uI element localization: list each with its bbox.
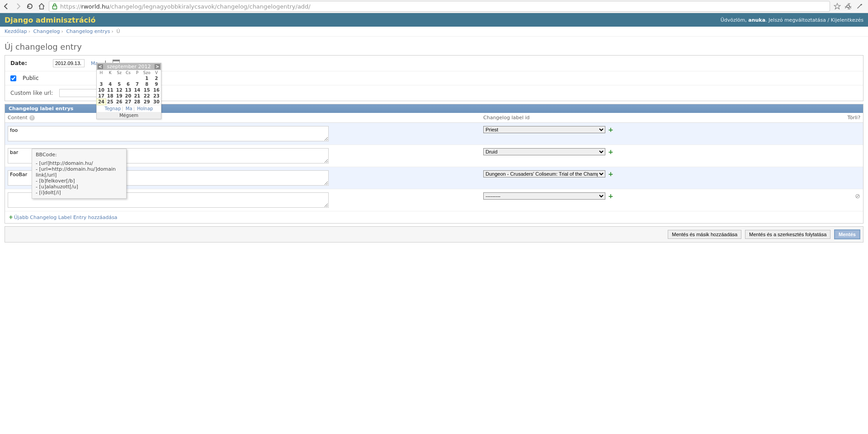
tools-icon[interactable] [856, 3, 863, 10]
forward-icon [14, 3, 22, 10]
cal-dow: Sz [115, 70, 124, 75]
cal-day[interactable]: 25 [106, 99, 115, 105]
cal-day[interactable]: 21 [132, 93, 142, 99]
reload-icon[interactable] [26, 3, 33, 10]
inline-row: FooBarDungeon - Crusaders' Coliseum: Tri… [5, 167, 863, 189]
user-tools: Üdvözlöm, anuka. Jelszó megváltoztatása … [721, 17, 863, 23]
cal-prev-button[interactable]: < [98, 64, 103, 69]
cal-day[interactable]: 14 [132, 87, 142, 93]
calendar-popup: < szeptember 2012 > HKSzCsPSzoV 12345678… [96, 63, 161, 119]
cal-day[interactable]: 29 [142, 99, 152, 105]
cal-day[interactable]: 2 [152, 75, 161, 81]
cal-day[interactable]: 20 [124, 93, 133, 99]
address-bar[interactable]: https://rworld.hu/changelog/legnagyobbki… [49, 1, 830, 12]
cal-day[interactable]: 3 [97, 81, 106, 87]
django-header: Django adminisztráció Üdvözlöm, anuka. J… [0, 13, 868, 27]
inline-row: ---------+⊘ [5, 189, 863, 211]
plus-icon: + [9, 214, 14, 220]
save-add-another-button[interactable] [668, 230, 741, 239]
cal-day[interactable]: 8 [142, 81, 152, 87]
cal-day[interactable]: 5 [115, 81, 124, 87]
breadcrumb: Kezdőlap› Changelog› Changelog entrys› Ú [0, 27, 868, 37]
cal-day[interactable]: 30 [152, 99, 161, 105]
cal-today-link[interactable]: Ma [126, 106, 132, 111]
cal-dow: Szo [142, 70, 152, 75]
cal-dow: V [152, 70, 161, 75]
add-related-icon[interactable]: + [606, 192, 615, 200]
tooltip-line: - [url=http://domain.hu/]domain link[/ur… [36, 166, 123, 178]
date-input[interactable] [53, 59, 85, 67]
cal-dow: H [97, 70, 106, 75]
content-textarea[interactable]: foo [8, 126, 329, 141]
cal-day[interactable]: 12 [115, 87, 124, 93]
cal-day[interactable]: 9 [152, 81, 161, 87]
add-related-icon[interactable]: + [606, 170, 615, 177]
cal-next-button[interactable]: > [155, 64, 160, 69]
label-select[interactable]: Dungeon - Crusaders' Coliseum: Trial of … [483, 170, 605, 177]
back-icon[interactable] [3, 3, 10, 10]
cal-day[interactable]: 7 [132, 81, 142, 87]
inline-row: fooPriest+ [5, 123, 863, 145]
cal-day[interactable]: 19 [115, 93, 124, 99]
cal-cancel-button[interactable]: Mégsem [97, 112, 161, 119]
add-related-icon[interactable]: + [606, 148, 615, 155]
save-continue-button[interactable] [745, 230, 830, 239]
url-text: https://rworld.hu/changelog/legnagyobbki… [60, 3, 311, 10]
save-button[interactable] [834, 229, 860, 239]
label-select[interactable]: Druid [483, 148, 605, 155]
tooltip-title: BBCode: [36, 152, 123, 158]
cal-yesterday-link[interactable]: Tegnap [105, 106, 121, 111]
breadcrumb-current: Ú [117, 28, 120, 34]
col-content-label: Content [8, 115, 28, 121]
breadcrumb-home[interactable]: Kezdőlap [5, 28, 27, 34]
cal-day[interactable]: 11 [106, 87, 115, 93]
cal-day[interactable]: 16 [152, 87, 161, 93]
star-icon[interactable] [834, 3, 841, 10]
svg-rect-0 [53, 6, 57, 9]
cal-day[interactable]: 15 [142, 87, 152, 93]
submit-row [5, 226, 863, 243]
tooltip-line: - [url]http://domain.hu/ [36, 160, 123, 166]
bbcode-tooltip: BBCode: - [url]http://domain.hu/- [url=h… [32, 149, 127, 199]
logout-link[interactable]: Kijelentkezés [831, 17, 863, 23]
delete-icon[interactable]: ⊘ [855, 192, 860, 200]
cal-tomorrow-link[interactable]: Holnap [137, 106, 153, 111]
label-select[interactable]: Priest [483, 126, 605, 133]
cal-day[interactable]: 6 [124, 81, 133, 87]
label-select[interactable]: --------- [483, 192, 605, 200]
add-another-link[interactable]: Újabb Changelog Label Entry hozzáadása [14, 215, 118, 220]
custom-url-label: Custom like url: [10, 90, 53, 96]
cal-day[interactable]: 1 [142, 75, 152, 81]
lock-icon [52, 3, 57, 9]
page-title: Új changelog entry [5, 42, 863, 51]
cal-day[interactable]: 22 [142, 93, 152, 99]
brand: Django adminisztráció [5, 16, 95, 24]
cal-dow: K [106, 70, 115, 75]
cal-dow: Cs [124, 70, 133, 75]
public-checkbox[interactable] [10, 75, 16, 81]
cal-day[interactable]: 4 [106, 81, 115, 87]
cal-day[interactable]: 17 [97, 93, 106, 99]
cal-day[interactable]: 18 [106, 93, 115, 99]
help-icon[interactable]: ? [29, 115, 35, 121]
col-label-label: Changelog label id [481, 113, 830, 122]
cal-day[interactable]: 13 [124, 87, 133, 93]
cal-month-label: szeptember 2012 [107, 64, 151, 70]
breadcrumb-model[interactable]: Changelog entrys [66, 28, 110, 34]
change-password-link[interactable]: Jelszó megváltoztatása [769, 17, 826, 23]
wrench-icon[interactable] [844, 3, 852, 10]
cal-day[interactable]: 24 [97, 99, 106, 105]
cal-day[interactable]: 23 [152, 93, 161, 99]
cal-day[interactable]: 26 [115, 99, 124, 105]
breadcrumb-app[interactable]: Changelog [33, 28, 60, 34]
home-icon[interactable] [38, 3, 45, 10]
cal-day[interactable]: 27 [124, 99, 133, 105]
cal-day[interactable]: 28 [132, 99, 142, 105]
tooltip-line: - [i]dolt[/i] [36, 190, 123, 196]
cal-day[interactable]: 10 [97, 87, 106, 93]
tooltip-line: - [b]felkover[/b] [36, 178, 123, 184]
browser-toolbar: https://rworld.hu/changelog/legnagyobbki… [0, 0, 868, 13]
svg-point-1 [847, 5, 849, 8]
cal-dow: P [132, 70, 142, 75]
add-related-icon[interactable]: + [606, 126, 615, 133]
